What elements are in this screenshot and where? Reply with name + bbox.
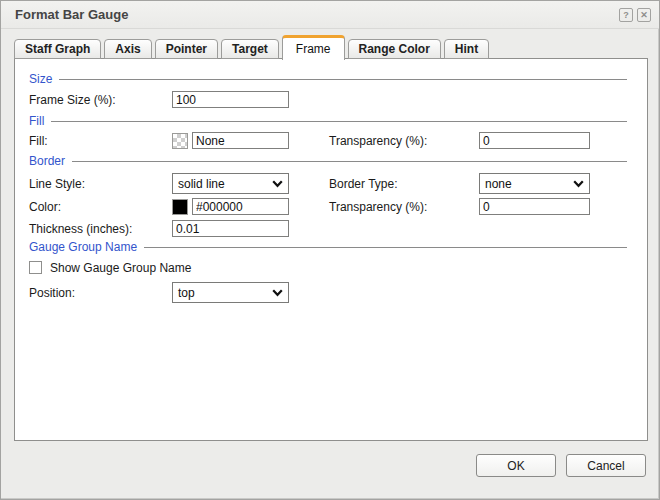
fill-label: Fill: (29, 134, 172, 148)
position-row: Position: top (29, 282, 627, 303)
border-type-label: Border Type: (329, 177, 479, 191)
frame-size-row: Frame Size (%): (29, 91, 627, 108)
fill-swatch-transparent-icon[interactable] (172, 133, 188, 149)
thickness-label: Thickness (inches): (29, 222, 172, 236)
fill-input[interactable] (192, 132, 289, 149)
position-select[interactable]: top (172, 282, 289, 303)
border-type-value: none (485, 177, 512, 191)
border-color-row: Color: Transparency (%): (29, 198, 627, 215)
tab-strip: Staff Graph Axis Pointer Target Frame Ra… (14, 35, 492, 59)
section-rule (51, 121, 627, 122)
show-gauge-group-label: Show Gauge Group Name (50, 261, 191, 275)
section-rule (59, 79, 627, 80)
cancel-button[interactable]: Cancel (566, 454, 646, 477)
position-label: Position: (29, 286, 172, 300)
position-value: top (178, 286, 195, 300)
fill-row: Fill: Transparency (%): (29, 132, 627, 149)
border-color-swatch[interactable] (172, 199, 188, 215)
line-style-value: solid line (178, 177, 225, 191)
thickness-input[interactable] (172, 220, 289, 237)
fill-transparency-label: Transparency (%): (329, 134, 479, 148)
close-icon[interactable]: ✕ (637, 8, 651, 22)
border-type-select[interactable]: none (479, 173, 590, 194)
line-style-row: Line Style: solid line Border Type: none (29, 173, 627, 194)
section-fill: Fill (29, 114, 627, 128)
tab-staff-graph[interactable]: Staff Graph (14, 39, 101, 59)
border-color-label: Color: (29, 200, 172, 214)
section-fill-heading: Fill (29, 114, 44, 128)
fill-transparency-input[interactable] (479, 132, 590, 149)
border-color-input[interactable] (192, 198, 289, 215)
ok-button[interactable]: OK (476, 454, 556, 477)
line-style-select[interactable]: solid line (172, 173, 289, 194)
frame-tab-panel: Size Frame Size (%): Fill Fill: Transpar… (14, 58, 648, 441)
chevron-down-icon (272, 180, 283, 188)
tab-hint[interactable]: Hint (444, 39, 489, 59)
section-gauge-group-heading: Gauge Group Name (29, 240, 137, 254)
section-rule (72, 161, 627, 162)
show-gauge-group-row: Show Gauge Group Name (29, 259, 627, 276)
tab-pointer[interactable]: Pointer (155, 39, 218, 59)
show-gauge-group-checkbox[interactable] (29, 261, 42, 274)
chevron-down-icon (573, 180, 584, 188)
tab-range-color[interactable]: Range Color (348, 39, 441, 59)
section-size-heading: Size (29, 72, 52, 86)
dialog-title: Format Bar Gauge (15, 7, 615, 22)
border-transparency-label: Transparency (%): (329, 200, 479, 214)
thickness-row: Thickness (inches): (29, 220, 627, 237)
section-gauge-group-name: Gauge Group Name (29, 240, 627, 254)
section-border-heading: Border (29, 154, 65, 168)
section-rule (144, 247, 627, 248)
tab-axis[interactable]: Axis (104, 39, 151, 59)
tab-target[interactable]: Target (221, 39, 279, 59)
chevron-down-icon (272, 289, 283, 297)
help-icon[interactable]: ? (619, 8, 633, 22)
section-size: Size (29, 72, 627, 86)
section-border: Border (29, 154, 627, 168)
border-transparency-input[interactable] (479, 198, 590, 215)
line-style-label: Line Style: (29, 177, 172, 191)
frame-size-label: Frame Size (%): (29, 93, 172, 107)
tab-frame[interactable]: Frame (282, 35, 345, 60)
dialog-titlebar: Format Bar Gauge ? ✕ (1, 1, 659, 29)
frame-size-input[interactable] (172, 91, 289, 108)
format-bar-gauge-dialog: Format Bar Gauge ? ✕ Staff Graph Axis Po… (0, 0, 660, 500)
